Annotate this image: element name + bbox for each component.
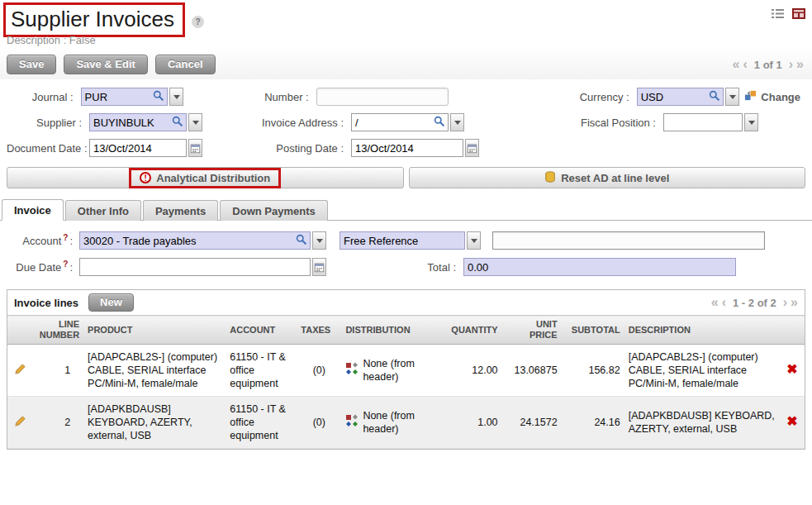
supplier-dropdown-button[interactable] [188,113,202,131]
search-icon[interactable] [434,116,444,129]
reference-type-select[interactable]: Free Reference [340,231,465,250]
invoice-lines-body: 1 [ADAPCABL2S-] (computer) CABLE, SERIAL… [7,345,805,449]
search-icon[interactable] [172,116,183,129]
currency-field[interactable]: USD [637,88,724,106]
cell-line-number: 2 [32,397,83,449]
due-date-label: Due Date?: [7,260,79,274]
cell-unit-price: 24.1572 [502,397,562,449]
invoice-tab-content: Account?: 30020 - Trade payables Free Re… [0,221,812,279]
account-label: Account?: [7,233,79,247]
column-header-distribution: DISTRIBUTION [341,316,439,345]
fiscal-position-label: Fiscal Position : [519,117,663,129]
description-text: Description : False [7,34,96,46]
new-line-button[interactable]: New [88,293,134,312]
supplier-label: Supplier : [7,117,89,129]
search-icon[interactable] [153,90,164,103]
search-icon[interactable] [709,90,719,103]
number-input[interactable] [316,88,449,106]
pager-last-icon[interactable]: » [796,59,804,70]
invoice-address-field[interactable]: / [351,113,449,131]
document-date-calendar-button[interactable] [188,139,202,157]
pager-text: 1 of 1 [754,59,782,71]
edit-column-header [7,316,32,345]
edit-line-icon[interactable] [14,363,26,379]
lines-pager: « ‹ 1 - 2 of 2 › » [711,297,798,309]
due-date-help-icon[interactable]: ? [63,260,68,269]
pager-next-icon[interactable]: › [783,297,787,308]
delete-line-icon[interactable]: ✖ [786,362,797,376]
cell-subtotal: 24.16 [562,397,624,449]
invoice-lines-title: Invoice lines [14,297,78,309]
column-header-unit-price: UNIT PRICE [502,316,562,345]
invoice-address-dropdown-button[interactable] [450,113,464,131]
account-dropdown-button[interactable] [312,231,326,250]
reset-ad-button[interactable]: Reset AD at line level [409,167,806,188]
edit-line-icon[interactable] [14,415,26,431]
lines-pager-text: 1 - 2 of 2 [733,297,776,309]
pager-last-icon[interactable]: » [791,297,798,308]
due-date-field[interactable] [79,258,311,276]
reference-input[interactable] [492,231,765,250]
posting-date-calendar-button[interactable] [465,139,479,157]
search-icon[interactable] [296,234,306,247]
due-date-calendar-button[interactable] [312,258,326,276]
document-date-label: Document Date : [7,142,89,155]
cell-quantity: 1.00 [439,397,501,449]
total-field[interactable]: 0.00 [463,258,736,276]
posting-date-label: Posting Date : [202,142,351,155]
column-header-account: ACCOUNT [226,316,297,345]
form-action-buttons: ! Analytical Distribution Reset AD at li… [0,160,812,190]
column-header-quantity: QUANTITY [439,316,501,345]
column-header-line-number: LINE NUMBER [32,316,83,345]
distribution-icon [345,362,359,379]
supplier-field[interactable]: BUYINBULK [89,113,187,131]
title-help-icon[interactable]: ? [192,16,204,28]
delete-line-icon[interactable]: ✖ [786,414,797,428]
invoice-form: Journal : PUR Number : Currency : USD Ch… [0,79,812,160]
save-button[interactable]: Save [7,55,56,74]
pager-first-icon[interactable]: « [733,59,740,70]
notebook-tabs: Invoice Other Info Payments Down Payment… [0,198,812,221]
fiscal-position-select[interactable] [663,113,743,131]
table-row[interactable]: 2 [ADAPKBDAUSB] KEYBOARD, AZERTY, extern… [7,397,805,449]
column-header-product: PRODUCT [83,316,226,345]
analytical-distribution-button[interactable]: ! Analytical Distribution [7,167,404,188]
journal-field[interactable]: PUR [81,88,169,106]
document-date-field[interactable]: 13/Oct/2014 [89,139,187,157]
fiscal-position-dropdown-button[interactable] [744,113,758,131]
journal-dropdown-button[interactable] [169,88,183,106]
warning-icon: ! [140,172,151,183]
pager-next-icon[interactable]: › [789,59,793,70]
tab-payments[interactable]: Payments [143,200,218,221]
reference-type-dropdown-button[interactable] [467,231,481,250]
tab-invoice[interactable]: Invoice [2,199,64,221]
pager-first-icon[interactable]: « [711,297,719,308]
cell-description: [ADAPKBDAUSB] KEYBOARD, AZERTY, external… [624,397,780,449]
cell-unit-price: 13.06875 [502,345,562,397]
table-row[interactable]: 1 [ADAPCABL2S-] (computer) CABLE, SERIAL… [7,345,805,397]
cancel-button[interactable]: Cancel [155,55,216,74]
cell-taxes: (0) [297,397,341,449]
total-label: Total : [326,261,463,274]
cell-distribution: None (from header) [341,345,439,397]
cell-product: [ADAPCABL2S-] (computer) CABLE, SERIAL i… [83,345,226,397]
change-currency-button[interactable]: Change [739,88,805,105]
pager-prev-icon[interactable]: ‹ [743,59,747,70]
number-label: Number : [183,91,316,103]
tab-down-payments[interactable]: Down Payments [220,200,327,221]
invoice-address-label: Invoice Address : [202,117,351,129]
cell-line-number: 1 [32,345,83,397]
cell-description: [ADAPCABL2S-] (computer) CABLE, SERIAL i… [624,345,780,397]
cell-quantity: 12.00 [439,345,501,397]
cell-taxes: (0) [297,345,341,397]
list-view-icon[interactable] [769,6,786,21]
posting-date-field[interactable]: 13/Oct/2014 [351,139,463,157]
pager-prev-icon[interactable]: ‹ [722,297,726,308]
tab-other-info[interactable]: Other Info [65,200,141,221]
currency-dropdown-button[interactable] [725,88,739,106]
form-view-icon[interactable] [791,6,807,21]
save-edit-button[interactable]: Save & Edit [64,55,148,74]
account-help-icon[interactable]: ? [63,233,68,242]
view-switcher [769,2,807,21]
account-field[interactable]: 30020 - Trade payables [79,231,311,250]
